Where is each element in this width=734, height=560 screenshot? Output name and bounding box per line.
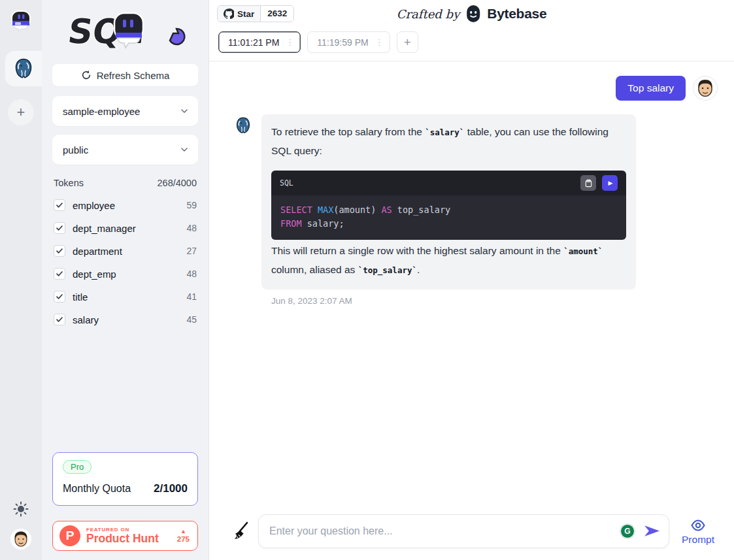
table-token-count: 48 bbox=[186, 223, 197, 233]
crafted-by-brand[interactable]: Crafted by Bytebase bbox=[397, 5, 547, 22]
theme-toggle-sun-icon[interactable] bbox=[13, 501, 29, 517]
table-name: title bbox=[73, 291, 186, 303]
table-token-count: 48 bbox=[186, 269, 197, 279]
table-name: salary bbox=[73, 314, 186, 325]
github-star-button[interactable]: Star 2632 bbox=[217, 5, 294, 22]
table-name: employee bbox=[73, 200, 186, 211]
assistant-message-bubble: To retrieve the top salary from the `sal… bbox=[261, 114, 636, 289]
bytebase-wordmark: Bytebase bbox=[487, 6, 546, 22]
sql-code-block: SQL ▶ bbox=[271, 171, 626, 240]
inline-code: `salary` bbox=[425, 127, 464, 137]
product-hunt-badge[interactable]: P FEATURED ON Product Hunt ▲ 275 bbox=[52, 521, 198, 551]
checkbox-dept-manager[interactable] bbox=[54, 222, 65, 234]
bytebase-logo-icon bbox=[465, 5, 482, 22]
eye-icon bbox=[690, 518, 706, 533]
tab-menu-icon[interactable]: ⋮ bbox=[374, 38, 385, 46]
product-hunt-name: Product Hunt bbox=[86, 533, 159, 544]
star-label: Star bbox=[237, 9, 254, 19]
table-token-count: 45 bbox=[186, 314, 197, 325]
database-select-value: sample-employee bbox=[63, 106, 180, 117]
refresh-schema-button[interactable]: Refresh Schema bbox=[52, 64, 198, 86]
table-token-count: 27 bbox=[186, 246, 197, 256]
table-token-count: 41 bbox=[186, 291, 197, 302]
new-conversation-button[interactable]: + bbox=[397, 31, 418, 53]
schema-select-value: public bbox=[63, 144, 180, 156]
sqlchat-app: + bbox=[0, 0, 734, 560]
user-message-row: Top salary bbox=[234, 76, 718, 101]
question-input-container: G bbox=[258, 514, 669, 548]
tab-menu-icon[interactable]: ⋮ bbox=[284, 38, 295, 46]
copy-code-button[interactable] bbox=[580, 175, 596, 191]
nav-rail: + bbox=[0, 0, 42, 560]
code-block-header: SQL ▶ bbox=[271, 171, 626, 195]
connection-item-postgres[interactable] bbox=[5, 51, 42, 86]
checkbox-title[interactable] bbox=[54, 291, 65, 303]
send-button[interactable] bbox=[642, 523, 661, 540]
chat-main: Star 2632 Crafted by Bytebase 11:01:21 P… bbox=[209, 0, 734, 560]
upvote-icon: ▲ bbox=[180, 529, 186, 535]
prompt-button[interactable]: Prompt bbox=[678, 518, 718, 546]
table-row: dept_emp 48 bbox=[52, 266, 198, 282]
inline-code: `top_salary` bbox=[358, 265, 417, 275]
postgres-elephant-icon bbox=[12, 58, 35, 80]
prompt-label: Prompt bbox=[682, 534, 714, 546]
add-connection-button[interactable]: + bbox=[8, 99, 34, 125]
play-icon: ▶ bbox=[609, 180, 613, 186]
user-message-bubble: Top salary bbox=[616, 76, 686, 101]
crafted-by-label: Crafted by bbox=[397, 7, 460, 21]
tokens-row: Tokens 268/4000 bbox=[52, 178, 198, 188]
plus-icon: + bbox=[404, 35, 411, 50]
tab-conversation-2[interactable]: 11:19:59 PM ⋮ bbox=[307, 31, 390, 53]
table-name: department bbox=[73, 246, 186, 257]
clear-conversation-broom-icon[interactable] bbox=[231, 521, 250, 541]
product-hunt-logo-icon: P bbox=[59, 525, 80, 546]
table-row: title 41 bbox=[52, 289, 198, 305]
code-content: SELECT MAX(amount) AS top_salary FROM sa… bbox=[271, 195, 626, 240]
sqlchat-logo: SQL bbox=[52, 4, 198, 60]
message-list[interactable]: Top salary bbox=[209, 61, 734, 508]
refresh-schema-label: Refresh Schema bbox=[97, 70, 170, 81]
checkbox-dept-emp[interactable] bbox=[54, 268, 65, 280]
checkbox-department[interactable] bbox=[54, 245, 65, 257]
table-name: dept_emp bbox=[73, 269, 186, 280]
user-avatar[interactable] bbox=[10, 529, 31, 550]
pro-quota-card: Pro Monthly Quota 2/1000 bbox=[52, 452, 198, 506]
assistant-paragraph: This will return a single row with the h… bbox=[271, 242, 626, 280]
tab-conversation-1[interactable]: 11:01:21 PM ⋮ bbox=[218, 31, 301, 53]
panel-spacer bbox=[52, 327, 198, 452]
send-icon bbox=[643, 523, 661, 539]
table-name: dept_manager bbox=[73, 223, 186, 234]
schema-select[interactable]: public bbox=[52, 135, 198, 165]
clipboard-icon bbox=[584, 179, 593, 188]
table-row: salary 45 bbox=[52, 312, 198, 327]
chevron-down-icon bbox=[180, 107, 189, 116]
star-count: 2632 bbox=[260, 6, 293, 22]
plus-icon: + bbox=[17, 104, 25, 121]
database-select[interactable]: sample-employee bbox=[52, 96, 198, 126]
run-query-button[interactable]: ▶ bbox=[602, 175, 618, 191]
conversation-tabs: 11:01:21 PM ⋮ 11:19:59 PM ⋮ + bbox=[209, 27, 734, 61]
grammarly-icon[interactable]: G bbox=[620, 524, 635, 538]
code-language-label: SQL bbox=[280, 174, 293, 192]
chevron-down-icon bbox=[180, 145, 189, 154]
inline-code: `amount` bbox=[563, 246, 603, 256]
checkbox-employee[interactable] bbox=[54, 199, 65, 211]
schema-sidebar: SQL Refresh Schema sample-employee bbox=[42, 0, 209, 560]
table-token-count: 59 bbox=[186, 200, 197, 210]
question-input[interactable] bbox=[269, 525, 620, 537]
monthly-quota-value: 2/1000 bbox=[154, 482, 188, 495]
message-timestamp: Jun 8, 2023 2:07 AM bbox=[271, 296, 718, 306]
tab-label: 11:19:59 PM bbox=[317, 37, 368, 48]
table-row: department 27 bbox=[52, 243, 198, 259]
assistant-message-row: To retrieve the top salary from the `sal… bbox=[234, 114, 718, 289]
main-header: Star 2632 Crafted by Bytebase bbox=[209, 0, 734, 27]
checkbox-salary[interactable] bbox=[54, 314, 65, 325]
sqlchat-bot-icon[interactable] bbox=[8, 9, 33, 34]
user-avatar bbox=[693, 76, 718, 101]
postgres-assistant-avatar bbox=[234, 116, 252, 135]
tokens-value: 268/4000 bbox=[158, 178, 197, 188]
github-icon bbox=[224, 8, 234, 19]
monthly-quota-label: Monthly Quota bbox=[63, 483, 131, 495]
table-row: dept_manager 48 bbox=[52, 220, 198, 236]
assistant-paragraph: To retrieve the top salary from the `sal… bbox=[271, 123, 626, 160]
